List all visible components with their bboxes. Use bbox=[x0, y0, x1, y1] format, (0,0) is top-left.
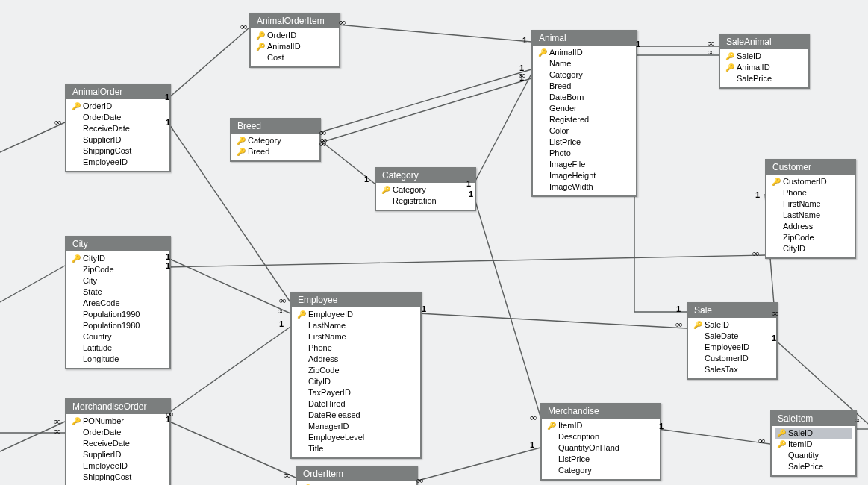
column-row[interactable]: 🔑PONumber bbox=[69, 416, 166, 427]
column-row[interactable]: SupplierID bbox=[69, 449, 166, 460]
column-row[interactable]: ListPrice bbox=[536, 137, 633, 148]
column-row[interactable]: TaxPayerID bbox=[295, 387, 417, 398]
column-row[interactable]: Country bbox=[69, 331, 166, 342]
column-row[interactable]: ImageWidth bbox=[536, 181, 633, 193]
column-row[interactable]: 🔑ItemID bbox=[775, 439, 852, 450]
column-row[interactable]: FirstName bbox=[295, 331, 417, 342]
entity-header[interactable]: Sale bbox=[688, 304, 776, 318]
column-row[interactable]: ListPrice bbox=[545, 454, 657, 465]
column-row[interactable]: EmployeeID bbox=[69, 157, 166, 168]
column-row[interactable]: SalePrice bbox=[723, 73, 805, 84]
entity-animalorderitem[interactable]: AnimalOrderItem🔑OrderID🔑AnimalIDCost bbox=[249, 13, 340, 68]
column-row[interactable]: ShippingCost bbox=[69, 472, 166, 483]
entity-header[interactable]: SaleAnimal bbox=[720, 35, 808, 49]
entity-header[interactable]: Customer bbox=[766, 160, 855, 175]
column-row[interactable]: EmployeeLevel bbox=[295, 432, 417, 443]
column-row[interactable]: Latitude bbox=[69, 342, 166, 354]
column-row[interactable]: Photo bbox=[536, 148, 633, 159]
column-row[interactable]: 🔑AnimalID bbox=[254, 41, 336, 52]
column-row[interactable]: Gender bbox=[536, 103, 633, 114]
entity-employee[interactable]: Employee🔑EmployeeIDLastNameFirstNamePhon… bbox=[290, 292, 422, 459]
entity-orderitem[interactable]: OrderItem🔑PONumber bbox=[296, 466, 418, 485]
column-row[interactable]: LastName bbox=[295, 320, 417, 331]
column-row[interactable]: ReceiveDate bbox=[69, 123, 166, 134]
column-row[interactable]: CityID bbox=[769, 243, 852, 254]
entity-animal[interactable]: Animal🔑AnimalIDNameCategoryBreedDateBorn… bbox=[531, 30, 637, 197]
entity-breed[interactable]: Breed🔑Category🔑Breed bbox=[230, 118, 321, 162]
entity-header[interactable]: Employee bbox=[292, 293, 420, 307]
column-row[interactable]: Color bbox=[536, 125, 633, 137]
column-row[interactable]: Address bbox=[769, 221, 852, 232]
entity-customer[interactable]: Customer🔑CustomerIDPhoneFirstNameLastNam… bbox=[765, 159, 856, 259]
column-row[interactable]: 🔑CustomerID bbox=[769, 176, 852, 187]
column-row[interactable]: 🔑SaleID bbox=[691, 319, 773, 331]
entity-header[interactable]: OrderItem bbox=[297, 467, 416, 481]
column-row[interactable]: 🔑AnimalID bbox=[536, 47, 633, 58]
column-row[interactable]: OrderDate bbox=[69, 427, 166, 438]
column-row[interactable]: ZipCode bbox=[69, 264, 166, 275]
column-row[interactable]: ImageFile bbox=[536, 159, 633, 170]
column-row[interactable]: QuantityOnHand bbox=[545, 442, 657, 454]
column-row[interactable]: ZipCode bbox=[295, 365, 417, 376]
column-row[interactable]: DateReleased bbox=[295, 410, 417, 421]
entity-animalorder[interactable]: AnimalOrder🔑OrderIDOrderDateReceiveDateS… bbox=[65, 84, 171, 172]
entity-header[interactable]: AnimalOrderItem bbox=[251, 14, 339, 28]
entity-city[interactable]: City🔑CityIDZipCodeCityStateAreaCodePopul… bbox=[65, 236, 171, 369]
column-row[interactable]: Registered bbox=[536, 114, 633, 125]
column-row[interactable]: ZipCode bbox=[769, 232, 852, 243]
column-row[interactable]: 🔑ItemID bbox=[545, 420, 657, 431]
column-row[interactable]: Longitude bbox=[69, 354, 166, 365]
entity-category[interactable]: Category🔑CategoryRegistration bbox=[375, 167, 476, 211]
entity-header[interactable]: MerchandiseOrder bbox=[66, 400, 169, 414]
column-row[interactable]: 🔑Breed bbox=[234, 146, 316, 157]
column-row[interactable]: Cost bbox=[254, 52, 336, 63]
entity-merchandiseorder[interactable]: MerchandiseOrder🔑PONumberOrderDateReceiv… bbox=[65, 398, 171, 485]
column-row[interactable]: ReceiveDate bbox=[69, 438, 166, 449]
column-row[interactable]: SupplierID bbox=[69, 134, 166, 146]
column-row[interactable]: ShippingCost bbox=[69, 146, 166, 157]
column-row[interactable]: Quantity bbox=[775, 450, 852, 461]
entity-header[interactable]: Breed bbox=[231, 119, 319, 134]
entity-saleanimal[interactable]: SaleAnimal🔑SaleID🔑AnimalIDSalePrice bbox=[719, 34, 810, 89]
entity-header[interactable]: Animal bbox=[533, 31, 636, 46]
column-row[interactable]: Category bbox=[536, 69, 633, 81]
column-row[interactable]: Breed bbox=[536, 81, 633, 92]
column-row[interactable]: FirstName bbox=[769, 198, 852, 210]
column-row[interactable]: 🔑AnimalID bbox=[723, 62, 805, 73]
column-row[interactable]: LastName bbox=[769, 210, 852, 221]
column-row[interactable]: OrderDate bbox=[69, 112, 166, 123]
entity-header[interactable]: AnimalOrder bbox=[66, 85, 169, 99]
column-row[interactable]: EmployeeID bbox=[691, 342, 773, 353]
entity-header[interactable]: SaleItem bbox=[772, 412, 855, 426]
column-row[interactable]: Description bbox=[545, 431, 657, 442]
entity-sale[interactable]: Sale🔑SaleIDSaleDateEmployeeIDCustomerIDS… bbox=[687, 302, 778, 380]
column-row[interactable]: Phone bbox=[295, 342, 417, 354]
column-row[interactable]: State bbox=[69, 287, 166, 298]
column-row[interactable]: SaleDate bbox=[691, 331, 773, 342]
column-row[interactable]: 🔑SaleID bbox=[723, 51, 805, 62]
column-row[interactable]: Address bbox=[295, 354, 417, 365]
entity-header[interactable]: Merchandise bbox=[542, 404, 660, 419]
column-row[interactable]: 🔑SaleID bbox=[775, 428, 852, 439]
entity-header[interactable]: City bbox=[66, 237, 169, 251]
column-row[interactable]: 🔑Category bbox=[234, 135, 316, 146]
column-row[interactable]: ImageHeight bbox=[536, 170, 633, 181]
column-row[interactable]: 🔑OrderID bbox=[254, 30, 336, 41]
column-row[interactable]: DateBorn bbox=[536, 92, 633, 103]
column-row[interactable]: CityID bbox=[295, 376, 417, 387]
column-row[interactable]: 🔑EmployeeID bbox=[295, 309, 417, 320]
column-row[interactable]: ManagerID bbox=[295, 421, 417, 432]
column-row[interactable]: 🔑Category bbox=[379, 184, 472, 195]
column-row[interactable]: 🔑OrderID bbox=[69, 101, 166, 112]
column-row[interactable]: Registration bbox=[379, 195, 472, 207]
column-row[interactable]: Population1990 bbox=[69, 309, 166, 320]
column-row[interactable]: Phone bbox=[769, 187, 852, 198]
column-row[interactable]: Category bbox=[545, 465, 657, 476]
column-row[interactable]: 🔑CityID bbox=[69, 253, 166, 264]
column-row[interactable]: SalesTax bbox=[691, 364, 773, 375]
column-row[interactable]: AreaCode bbox=[69, 298, 166, 309]
entity-merchandise[interactable]: Merchandise🔑ItemIDDescriptionQuantityOnH… bbox=[540, 403, 661, 481]
entity-header[interactable]: Category bbox=[376, 169, 475, 183]
column-row[interactable]: EmployeeID bbox=[69, 460, 166, 472]
entity-saleitem[interactable]: SaleItem🔑SaleID🔑ItemIDQuantitySalePrice bbox=[770, 410, 857, 477]
